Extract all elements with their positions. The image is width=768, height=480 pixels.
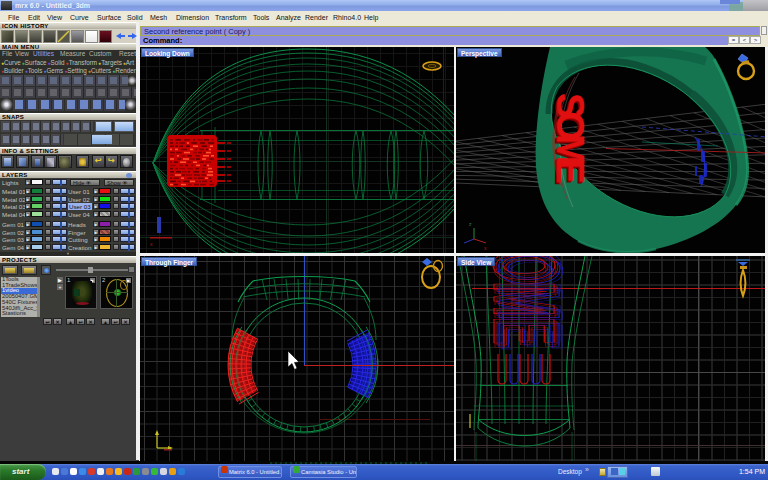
svg-text:DOME: DOME <box>481 256 579 345</box>
